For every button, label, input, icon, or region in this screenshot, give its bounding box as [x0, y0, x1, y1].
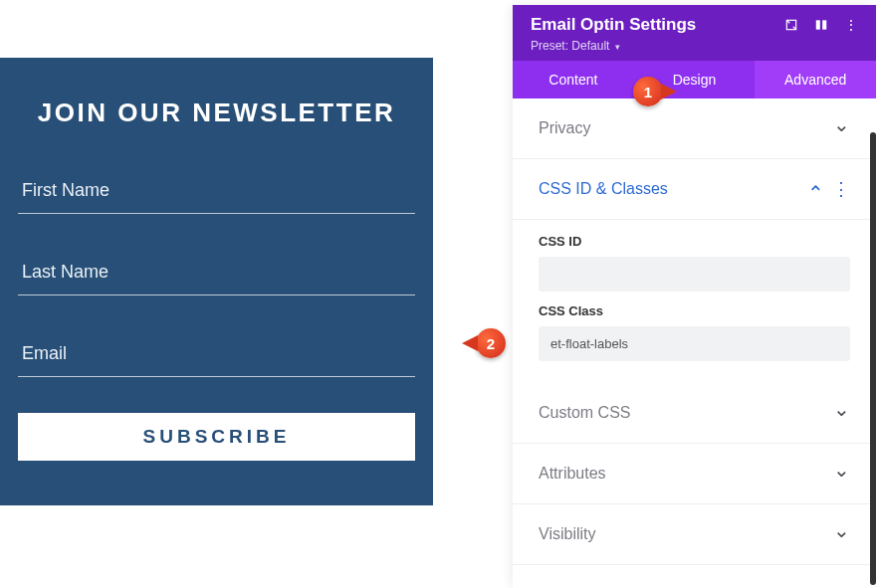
section-privacy[interactable]: Privacy — [513, 98, 876, 159]
tab-advanced[interactable]: Advanced — [755, 61, 876, 98]
section-transitions[interactable]: Transitions — [513, 565, 876, 588]
section-custom-css-title: Custom CSS — [539, 404, 630, 422]
chevron-up-icon — [807, 177, 824, 201]
scrollbar[interactable] — [870, 132, 876, 585]
section-css-id-classes[interactable]: CSS ID & Classes — [513, 159, 876, 220]
header-actions — [784, 17, 858, 33]
section-css-id-classes-body: CSS ID CSS Class — [513, 220, 876, 383]
preset-selector[interactable]: Preset: Default — [531, 39, 858, 53]
section-visibility-title: Visibility — [539, 525, 596, 543]
css-class-input[interactable] — [539, 326, 850, 361]
section-visibility[interactable]: Visibility — [513, 504, 876, 565]
section-css-id-classes-title: CSS ID & Classes — [539, 180, 668, 198]
more-icon[interactable] — [844, 17, 858, 33]
chevron-down-icon — [833, 522, 850, 546]
preset-label: Preset: — [531, 39, 568, 53]
tab-content[interactable]: Content — [513, 61, 634, 98]
newsletter-card: JOIN OUR NEWSLETTER SUBSCRIBE — [0, 58, 433, 505]
email-input[interactable] — [18, 331, 415, 377]
panel-body: Privacy CSS ID & Classes CSS ID CSS Clas… — [513, 98, 876, 588]
panel-header: Email Optin Settings Preset: Default — [513, 5, 876, 61]
svg-rect-1 — [816, 20, 820, 29]
svg-rect-2 — [822, 20, 826, 29]
callout-number: 2 — [476, 328, 506, 358]
chevron-down-icon — [833, 116, 850, 140]
first-name-input[interactable] — [18, 168, 415, 214]
chevron-down-icon — [833, 401, 850, 425]
columns-icon[interactable] — [814, 18, 828, 32]
section-privacy-title: Privacy — [539, 119, 590, 137]
chevron-down-icon — [833, 583, 850, 588]
section-custom-css[interactable]: Custom CSS — [513, 383, 876, 444]
panel-title: Email Optin Settings — [531, 15, 696, 35]
settings-panel: Email Optin Settings Preset: Default Con… — [513, 5, 876, 588]
chevron-down-icon — [833, 462, 850, 486]
css-id-input[interactable] — [539, 257, 850, 292]
section-attributes[interactable]: Attributes — [513, 444, 876, 504]
caret-down-icon — [613, 39, 620, 53]
expand-icon[interactable] — [784, 18, 798, 32]
subscribe-button[interactable]: SUBSCRIBE — [18, 413, 415, 461]
section-attributes-title: Attributes — [539, 465, 606, 483]
newsletter-title: JOIN OUR NEWSLETTER — [18, 98, 415, 128]
tab-design[interactable]: Design — [634, 61, 756, 98]
preset-value: Default — [571, 39, 609, 53]
last-name-input[interactable] — [18, 250, 415, 295]
tabs: Content Design Advanced — [513, 61, 876, 98]
css-id-label: CSS ID — [539, 234, 850, 249]
css-class-label: CSS Class — [539, 303, 850, 318]
